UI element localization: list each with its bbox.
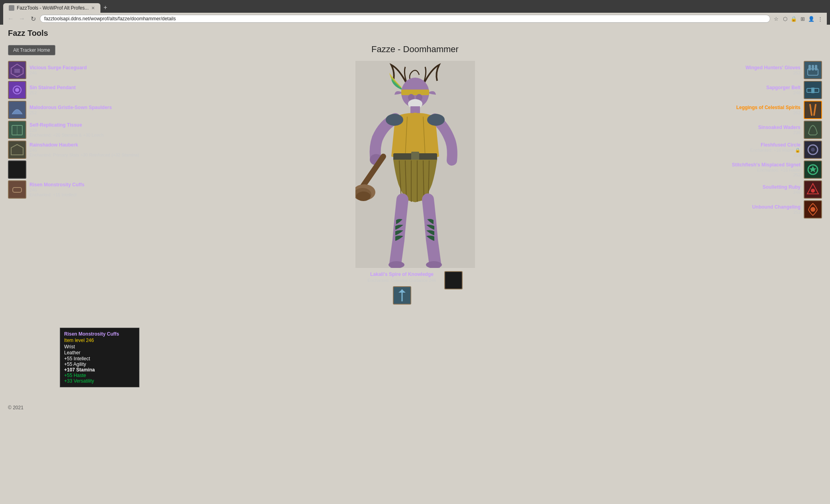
gear-item-wrist[interactable]: Risen Monstrosity Cuffs 246 Enchanted: +… [8,180,159,199]
svg-rect-46 [815,65,817,70]
extension-icon3[interactable]: ⊞ [799,15,806,22]
item-name-shoulder: Malodorous Gristle-Sown Spaulders [29,105,112,110]
back-button[interactable]: ← [6,14,15,23]
item-icon-wrist [8,180,26,199]
gear-item-shoulder[interactable]: Malodorous Gristle-Sown Spaulders 252 [8,101,159,119]
svg-rect-2 [14,69,20,73]
gear-item-waist[interactable] [8,160,159,179]
item-enchant-ring2: Enchanted: +16 Haste [757,168,801,172]
item-enchant-shirt: Enchanted: Primary Stats +30 Reinforced … [29,152,139,157]
item-icon-trinket2 [804,200,822,219]
item-icon-shirt [8,141,26,159]
browser-chrome: FazzTools - WoWProf Alt Profes... ✕ + ← … [0,0,830,25]
svg-rect-12 [9,181,26,198]
item-info-ring2: Stitchflesh's Misplaced Signet Enchanted… [732,162,801,177]
item-enchant-wrist: Enchanted: +15 Intellect [29,192,84,197]
gear-item-belt[interactable]: Sapgorger Belt 246 [766,81,822,99]
tooltip-stat4: +55 Haste [64,373,135,378]
svg-point-28 [427,114,445,126]
profile-icon[interactable]: 👤 [808,15,815,22]
refresh-button[interactable]: ↻ [29,14,37,23]
gear-item-neck[interactable]: Sin Stained Pendant 252 [8,81,159,99]
weapons-row: Lakali's Spire of Knowledge Enchanted: C… [367,271,462,305]
item-tooltip-wrist: Risen Monstrosity Cuffs Item level 246 W… [60,328,139,387]
tooltip-name: Risen Monstrosity Cuffs [64,331,135,337]
item-name-wrist: Risen Monstrosity Cuffs [29,182,84,188]
extension-icon1[interactable]: ⬡ [781,15,789,22]
tooltip-type: Leather [64,350,135,356]
tab-favicon [9,5,14,11]
gear-item-chest[interactable]: Self-Replicating Tissue 239 Enchanted: +… [8,121,159,139]
alt-tracker-home-button[interactable]: Alt Tracker Home [8,45,55,55]
gear-item-head[interactable]: Vicious Surge Faceguard 246 [8,61,159,79]
browser-toolbar-icons: ☆ ⬡ 🔒 ⊞ 👤 ⋮ [773,15,824,22]
gear-item-shirt[interactable]: Rainshadow Hauberk 246 Enchanted: Primar… [8,141,159,159]
item-name-ring1: Fleshfused Circle [761,142,801,148]
tooltip-stat5: +33 Versatility [64,378,135,384]
tab-title: FazzTools - WoWProf Alt Profes... [17,5,89,11]
item-name-chest: Self-Replicating Tissue [29,122,104,128]
svg-rect-41 [445,272,462,289]
svg-point-62 [810,207,815,212]
browser-tab-active[interactable]: FazzTools - WoWProf Alt Profes... ✕ [3,3,100,13]
gear-item-gloves[interactable]: Winged Hunters' Gloves 252 [746,61,822,79]
new-tab-button[interactable]: + [100,2,111,13]
item-level-ring2: 252 [793,172,801,177]
item-info-legs: Leggings of Celestial Spirits 262 [736,105,801,115]
gear-layout: Vicious Surge Faceguard 246 Sin Stained … [8,61,822,305]
item-name-shirt: Rainshadow Hauberk [29,142,139,148]
item-name-legs: Leggings of Celestial Spirits [736,105,801,110]
url-input[interactable] [40,15,770,23]
item-name-gloves: Winged Hunters' Gloves [746,65,801,70]
footer: © 2021 [0,399,830,417]
item-info-belt: Sapgorger Belt 246 [766,85,801,95]
item-level-head: 246 [29,70,87,75]
gear-item-trinket1[interactable]: Soulletting Ruby 246 [763,180,822,199]
gear-item-feet[interactable]: Sinsoaked Waders 236 [758,121,822,139]
weapon-item-main[interactable]: Lakali's Spire of Knowledge Enchanted: C… [367,271,436,305]
gear-left-column: Vicious Surge Faceguard 246 Sin Stained … [8,61,159,199]
gear-item-ring2[interactable]: Stitchflesh's Misplaced Signet Enchanted… [732,160,822,179]
menu-icon[interactable]: ⋮ [816,15,824,22]
copyright: © 2021 [8,405,24,410]
address-bar: ← → ↻ ☆ ⬡ 🔒 ⊞ 👤 ⋮ [3,13,827,25]
weapon-item-off[interactable] [444,271,463,289]
gear-item-trinket2[interactable]: Unbound Changeling 252 [752,200,822,219]
item-icon-shoulder [8,101,26,119]
gear-item-ring1[interactable]: Fleshfused Circle Enchanted: +16 Haste 🔒… [750,141,822,159]
item-icon-gloves [804,61,822,79]
item-name-trinket1: Soulletting Ruby [763,184,801,190]
item-level-chest: 239 [29,128,104,133]
svg-rect-49 [811,88,814,93]
item-icon-belt [804,81,822,99]
bookmark-icon[interactable]: ☆ [773,15,780,22]
item-info-trinket2: Unbound Changeling 252 [752,204,801,215]
item-info-chest: Self-Replicating Tissue 239 Enchanted: +… [29,122,104,137]
item-level-feet: 236 [793,130,801,135]
extension-icon2[interactable]: 🔒 [790,15,797,22]
tooltip-stat2: +55 Agility [64,361,135,367]
item-icon-head [8,61,26,79]
gear-center: Lakali's Spire of Knowledge Enchanted: C… [159,61,671,305]
item-name-ring2: Stitchflesh's Misplaced Signet [732,162,801,168]
item-icon-ring2 [804,160,822,179]
svg-point-54 [811,148,815,152]
weapon-icon-main [393,286,411,305]
item-info-trinket1: Soulletting Ruby 246 [763,184,801,195]
gear-right-column: Winged Hunters' Gloves 252 Sapgorger Bel… [671,61,822,219]
tab-close-button[interactable]: ✕ [91,6,95,11]
item-name-feet: Sinsoaked Waders [758,125,801,130]
svg-rect-45 [812,65,814,70]
svg-point-27 [386,114,403,126]
item-icon-ring1 [804,141,822,159]
tooltip-stat1: +55 Intellect [64,356,135,361]
forward-button[interactable]: → [18,14,26,23]
svg-rect-44 [808,65,811,70]
character-title: Fazze - Doomhammer [8,44,822,55]
svg-rect-50 [804,102,821,118]
character-model [355,61,475,268]
item-icon-waist [8,160,26,179]
item-enchant-chest: Enchanted: +20 Stamina & +30 Leech [29,133,104,137]
gear-item-legs[interactable]: Leggings of Celestial Spirits 262 [736,101,822,119]
item-info-feet: Sinsoaked Waders 236 [758,125,801,135]
